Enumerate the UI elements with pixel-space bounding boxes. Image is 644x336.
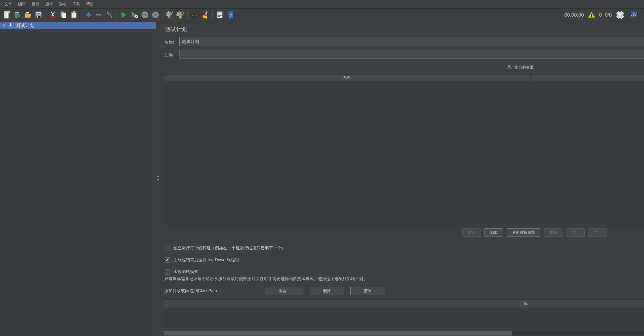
checkbox-icon[interactable] [165, 269, 170, 275]
scrollbar-thumb[interactable] [164, 331, 512, 335]
toolbar: STOP ? 00:00:00 0 0/0 [0, 9, 644, 21]
start-icon[interactable] [119, 10, 129, 20]
variables-table-header: 名称: [164, 74, 644, 81]
toolbar-status-area: 00:00:00 0 0/0 [564, 10, 642, 20]
variables-section-title: 用户定义的变量 [507, 65, 534, 70]
run-threadgroups-consecutively-checkbox[interactable]: 独立运行每个线程组（例如在一个组运行结束后启动下一个） [165, 245, 286, 252]
help-icon[interactable]: ? [225, 10, 235, 20]
run-indicator-icon [615, 10, 625, 20]
menu-edit[interactable]: 编辑 [15, 2, 29, 7]
collapse-all-icon[interactable] [94, 10, 104, 20]
toolbar-separator [187, 10, 188, 20]
add-from-clipboard-button[interactable]: 从剪贴板添加 [507, 228, 540, 237]
menu-bar: 文件 编辑 查找 运行 选项 工具 帮助 [0, 0, 644, 9]
up-button[interactable]: 向上 [566, 228, 585, 237]
function-helper-icon[interactable] [215, 10, 224, 20]
functional-mode-note: 只有当你需要记录每个请求从服务器取得的数据到文件时才需要选择函数测试模式。选择这… [164, 276, 368, 282]
comment-input[interactable] [179, 50, 644, 59]
name-input[interactable] [179, 37, 644, 46]
page-title: 测试计划 [165, 26, 187, 33]
test-plan-tree: 测试计划 [0, 22, 156, 336]
stop-icon: STOP [140, 10, 150, 20]
delete-button[interactable]: 删除 [544, 228, 562, 237]
expand-all-icon[interactable] [84, 10, 93, 20]
classpath-delete-button[interactable]: 删除 [310, 287, 344, 295]
tree-node-test-plan[interactable]: 测试计划 [0, 22, 156, 29]
classpath-row: 添加目录或jar包到ClassPath 浏览... 删除 清除 [164, 286, 391, 295]
templates-icon[interactable] [13, 10, 22, 20]
chevron-expand-icon[interactable] [2, 24, 6, 28]
save-icon[interactable] [34, 10, 43, 20]
test-plan-flask-icon [8, 23, 13, 29]
toolbar-separator [81, 10, 81, 20]
warning-icon[interactable] [587, 10, 595, 20]
variables-table-body[interactable] [164, 81, 644, 228]
tree-node-label: 测试计划 [15, 22, 34, 29]
add-button[interactable]: 添加 [485, 228, 503, 237]
variables-column-name[interactable]: 名称: [164, 75, 531, 81]
checkbox-icon[interactable] [165, 246, 170, 251]
elapsed-timer: 00:00:00 [564, 12, 584, 18]
warning-count: 0 [599, 12, 602, 18]
jmeter-feather-logo [629, 10, 638, 20]
variables-buttons: 详细 添加 从剪贴板添加 删除 向上 向下 [462, 228, 607, 237]
search-icon[interactable] [190, 10, 199, 20]
thread-count: 0/0 [605, 12, 612, 18]
classpath-clear-button[interactable]: 清除 [350, 287, 385, 295]
toolbar-separator [163, 10, 163, 20]
menu-file[interactable]: 文件 [2, 2, 15, 7]
checkbox-label: 函数测试模式 [173, 269, 198, 275]
checkbox-icon[interactable] [165, 257, 170, 263]
svg-text:?: ? [230, 13, 232, 18]
test-plan-editor: 测试计划 名称: 注释: 用户定义的变量 名称: 详细 添加 从剪贴板添加 删除… [160, 22, 644, 336]
functional-test-mode-checkbox[interactable]: 函数测试模式 [165, 268, 198, 275]
comment-label: 注释: [164, 52, 174, 58]
menu-tools[interactable]: 工具 [69, 2, 83, 7]
run-teardown-checkbox[interactable]: 主线程结束后运行 tearDown 线程组 [165, 256, 239, 263]
open-icon[interactable] [23, 10, 33, 20]
down-button[interactable]: 向下 [588, 228, 607, 237]
clear-all-icon[interactable] [176, 10, 185, 20]
toolbar-separator [116, 10, 117, 20]
panel-splitter[interactable] [156, 22, 160, 336]
library-table-header [164, 299, 644, 308]
checkbox-label: 主线程结束后运行 tearDown 线程组 [173, 257, 239, 263]
toolbar-separator [212, 10, 213, 20]
menu-search[interactable]: 查找 [29, 2, 42, 7]
new-file-icon[interactable] [2, 10, 12, 20]
paste-icon[interactable] [69, 10, 79, 20]
detail-button[interactable]: 详细 [462, 228, 481, 237]
menu-run[interactable]: 运行 [42, 2, 56, 7]
variables-column-value[interactable] [531, 75, 644, 81]
browse-button[interactable]: 浏览... [265, 287, 303, 295]
splitter-grip-icon[interactable] [157, 175, 159, 182]
toolbar-separator [46, 10, 46, 20]
cut-icon[interactable] [48, 10, 58, 20]
shutdown-icon [151, 10, 160, 20]
library-title: 库 [524, 301, 528, 306]
svg-text:STOP: STOP [142, 14, 148, 16]
clear-icon[interactable] [165, 10, 175, 20]
library-table-body[interactable] [164, 308, 644, 328]
toggle-icon[interactable] [105, 10, 114, 20]
copy-icon[interactable] [59, 10, 68, 20]
name-label: 名称: [164, 39, 174, 45]
start-no-timers-icon[interactable] [130, 10, 139, 20]
horizontal-scrollbar[interactable] [164, 331, 644, 335]
classpath-label: 添加目录或jar包到ClassPath [164, 288, 265, 294]
checkbox-label: 独立运行每个线程组（例如在一个组运行结束后启动下一个） [173, 245, 286, 251]
search-reset-icon[interactable] [200, 10, 210, 20]
menu-options[interactable]: 选项 [56, 2, 69, 7]
menu-help[interactable]: 帮助 [83, 2, 97, 7]
